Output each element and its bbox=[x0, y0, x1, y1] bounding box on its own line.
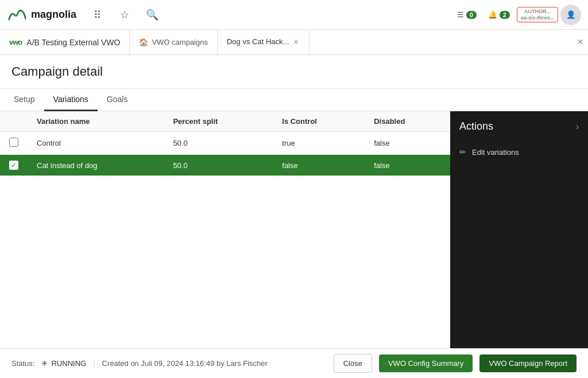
bookmark-button[interactable]: ☆ bbox=[113, 3, 136, 26]
apps-button[interactable]: ⠿ bbox=[86, 3, 109, 26]
home-icon: 🏠 bbox=[139, 38, 148, 46]
variations-table: Variation name Percent split Is Control … bbox=[0, 111, 450, 176]
close-panel-button[interactable]: × bbox=[577, 36, 583, 48]
col-checkbox bbox=[0, 111, 28, 132]
spinner-icon: ✳ bbox=[41, 359, 48, 368]
notifications-badge: 2 bbox=[500, 11, 510, 19]
running-text: RUNNING bbox=[51, 359, 86, 368]
tab-bar: 🏠 VWO campaigns Dog vs Cat Hack... × bbox=[130, 30, 577, 54]
vwo-campaign-button[interactable]: VWO Campaign Report bbox=[479, 354, 577, 372]
row-variation-name: Control bbox=[28, 132, 164, 155]
bell-icon: 🔔 bbox=[488, 10, 497, 19]
tab-goals[interactable]: Goals bbox=[98, 89, 137, 111]
top-navbar: magnolia ⠿ ☆ 🔍 ☰ 0 🔔 2 AUTHOR... aa-six-… bbox=[0, 0, 588, 30]
tasks-badge: 0 bbox=[466, 11, 477, 19]
status-divider: | bbox=[93, 359, 95, 368]
search-button[interactable]: 🔍 bbox=[141, 3, 164, 26]
row-variation-name: Cat instead of dog bbox=[28, 155, 164, 176]
tab-home-label: VWO campaigns bbox=[152, 38, 208, 46]
magnolia-logo-icon bbox=[7, 7, 28, 23]
row-percent: 50.0 bbox=[164, 132, 273, 155]
tab-variations[interactable]: Variations bbox=[44, 89, 98, 111]
status-bar: Status: ✳ RUNNING | Created on Juli 09, … bbox=[0, 348, 588, 378]
col-percent-split: Percent split bbox=[164, 111, 273, 132]
tasks-button[interactable]: ☰ 0 bbox=[452, 8, 481, 21]
table-header: Variation name Percent split Is Control … bbox=[0, 111, 450, 132]
row-checkbox[interactable] bbox=[9, 138, 18, 147]
col-variation-name: Variation name bbox=[28, 111, 164, 132]
author-badge: AUTHOR... aa-six-three... bbox=[517, 7, 558, 23]
tab-setup[interactable]: Setup bbox=[5, 89, 44, 111]
close-button[interactable]: Close bbox=[334, 354, 372, 373]
tab-dog-vs-cat[interactable]: Dog vs Cat Hack... × bbox=[218, 30, 310, 54]
row-is-control: true bbox=[273, 132, 365, 155]
row-disabled: false bbox=[365, 132, 450, 155]
app-title-text: A/B Testing External VWO bbox=[26, 38, 120, 47]
row-is-control: false bbox=[273, 155, 365, 176]
actions-title: Actions bbox=[459, 120, 493, 133]
row-checkbox-cell bbox=[0, 132, 28, 155]
table-body: Control 50.0 true false ✓ Cat instead of… bbox=[0, 132, 450, 176]
action-label: Edit variations bbox=[472, 148, 519, 157]
page-title: Campaign detail bbox=[11, 64, 577, 79]
page-content: Campaign detail Setup Variations Goals V… bbox=[0, 55, 588, 348]
table-area: Variation name Percent split Is Control … bbox=[0, 111, 450, 348]
col-disabled: Disabled bbox=[365, 111, 450, 132]
app-header: vwo A/B Testing External VWO 🏠 VWO campa… bbox=[0, 30, 588, 55]
status-meta: Created on Juli 09, 2024 13:16:49 by Lar… bbox=[102, 359, 268, 368]
app-title: vwo A/B Testing External VWO bbox=[0, 30, 130, 54]
col-is-control: Is Control bbox=[273, 111, 365, 132]
row-disabled: false bbox=[365, 155, 450, 176]
actions-panel: Actions › ✏ Edit variations bbox=[450, 111, 588, 348]
nav-right: ☰ 0 🔔 2 AUTHOR... aa-six-three... 👤 bbox=[452, 5, 581, 25]
action-edit-variations[interactable]: ✏ Edit variations bbox=[450, 142, 588, 162]
table-row[interactable]: Control 50.0 true false bbox=[0, 132, 450, 155]
tab-active-label: Dog vs Cat Hack... bbox=[227, 37, 289, 46]
page-tabs: Setup Variations Goals bbox=[0, 89, 588, 111]
tab-close-button[interactable]: × bbox=[292, 37, 299, 46]
status-label: Status: bbox=[11, 359, 34, 368]
edit-icon: ✏ bbox=[459, 147, 466, 157]
notifications-button[interactable]: 🔔 2 bbox=[483, 8, 514, 21]
chevron-right-icon[interactable]: › bbox=[576, 122, 579, 132]
tasks-icon: ☰ bbox=[457, 10, 464, 19]
avatar-button[interactable]: 👤 bbox=[560, 5, 581, 25]
page-title-bar: Campaign detail bbox=[0, 55, 588, 89]
logo: magnolia bbox=[7, 7, 81, 23]
table-row[interactable]: ✓ Cat instead of dog 50.0 false false bbox=[0, 155, 450, 176]
tab-vwo-campaigns[interactable]: 🏠 VWO campaigns bbox=[130, 30, 218, 54]
actions-header: Actions › bbox=[450, 120, 588, 142]
row-percent: 50.0 bbox=[164, 155, 273, 176]
vwo-icon: vwo bbox=[9, 38, 22, 46]
logo-text: magnolia bbox=[31, 9, 76, 21]
status-running: ✳ RUNNING bbox=[41, 359, 86, 368]
main-area: Variation name Percent split Is Control … bbox=[0, 111, 588, 348]
row-checkbox-checked: ✓ bbox=[9, 161, 18, 170]
row-checkbox-cell: ✓ bbox=[0, 155, 28, 176]
vwo-config-button[interactable]: VWO Config Summary bbox=[379, 354, 473, 372]
